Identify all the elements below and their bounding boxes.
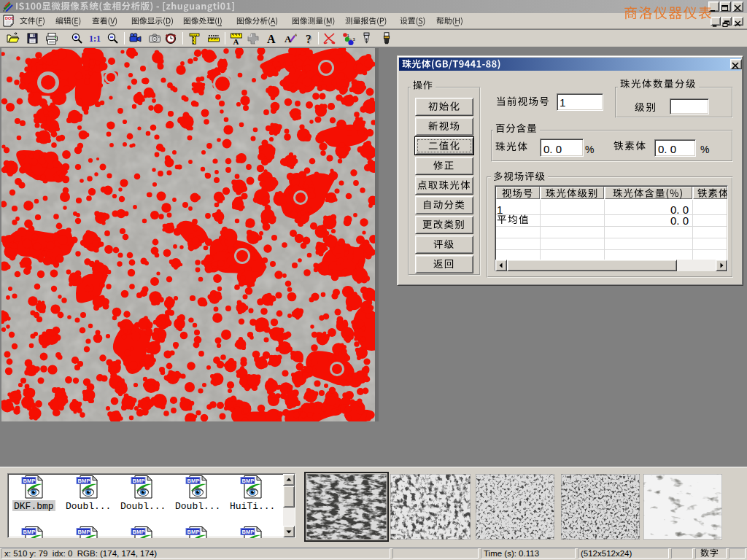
svg-text:BMP: BMP: [187, 529, 200, 535]
svg-text:A: A: [267, 33, 276, 45]
svg-text:1:1: 1:1: [89, 34, 101, 44]
svg-text:BMP: BMP: [23, 478, 36, 484]
svg-text:DOC: DOC: [5, 16, 14, 20]
svg-text:BMP: BMP: [133, 529, 145, 535]
svg-text:?: ?: [307, 34, 313, 46]
svg-text:BMP: BMP: [242, 529, 255, 535]
svg-text:BMP: BMP: [133, 478, 145, 484]
svg-text:BMP: BMP: [78, 529, 90, 535]
svg-text:BMP: BMP: [23, 529, 36, 535]
svg-text:3: 3: [353, 37, 356, 42]
svg-text:BMP: BMP: [242, 478, 255, 484]
svg-text:BMP: BMP: [187, 478, 200, 484]
svg-text:A: A: [233, 37, 239, 46]
svg-text:A: A: [285, 34, 292, 44]
svg-text:BMP: BMP: [78, 478, 90, 484]
